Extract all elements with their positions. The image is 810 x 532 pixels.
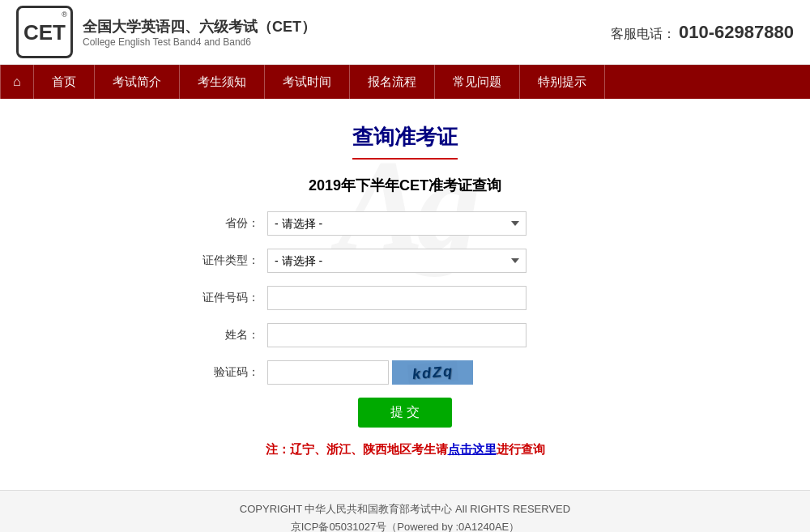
captcha-label: 验证码： xyxy=(202,365,267,380)
province-label: 省份： xyxy=(202,216,267,231)
note-wrap: 注：辽宁、浙江、陕西地区考生请点击这里进行查询 xyxy=(0,442,810,458)
id-number-label: 证件号码： xyxy=(202,291,267,305)
header: ® CET 全国大学英语四、六级考试（CET） College English … xyxy=(0,0,810,65)
nav-item-time[interactable]: 考试时间 xyxy=(265,65,350,99)
name-label: 姓名： xyxy=(202,328,267,343)
phone-label: 客服电话： xyxy=(611,27,676,40)
id-type-label: 证件类型： xyxy=(202,253,267,268)
captcha-input[interactable] xyxy=(267,360,389,385)
page-title-wrap: 查询准考证 xyxy=(0,123,810,160)
nav-item-faq[interactable]: 常见问题 xyxy=(435,65,520,99)
nav-item-intro[interactable]: 考试简介 xyxy=(95,65,180,99)
main-nav: ⌂ 首页 考试简介 考生须知 考试时间 报名流程 常见问题 特别提示 xyxy=(0,65,810,99)
name-row: 姓名： xyxy=(202,323,608,347)
id-type-select[interactable]: - 请选择 - xyxy=(267,249,526,273)
note-suffix: 进行查询 xyxy=(497,442,545,456)
header-left: ® CET 全国大学英语四、六级考试（CET） College English … xyxy=(16,6,316,58)
id-type-row: 证件类型： - 请选择 - xyxy=(202,249,608,273)
province-row: 省份： - 请选择 - xyxy=(202,211,608,236)
captcha-row: 验证码： kdZq xyxy=(202,360,608,385)
name-input[interactable] xyxy=(267,323,526,347)
note-prefix: 注：辽宁、浙江、陕西地区考生请 xyxy=(266,442,448,456)
home-icon: ⌂ xyxy=(13,74,21,88)
footer-icp: 京ICP备05031027号（Powered by :0A1240AE） xyxy=(0,520,810,532)
captcha-display: kdZq xyxy=(407,360,458,385)
nav-item-home[interactable]: 首页 xyxy=(34,65,95,99)
form-title: 2019年下半年CET准考证查询 xyxy=(202,176,608,195)
phone-number: 010-62987880 xyxy=(679,22,794,42)
note-text: 注：辽宁、浙江、陕西地区考生请点击这里进行查询 xyxy=(266,442,545,456)
site-subtitle: College English Test Band4 and Band6 xyxy=(83,36,316,48)
logo-title: 全国大学英语四、六级考试（CET） College English Test B… xyxy=(83,17,316,48)
site-title: 全国大学英语四、六级考试（CET） xyxy=(83,17,316,36)
query-form: 2019年下半年CET准考证查询 省份： - 请选择 - 证件类型： - 请选择… xyxy=(202,176,608,428)
footer: COPYRIGHT 中华人民共和国教育部考试中心 All RIGHTS RESE… xyxy=(0,490,810,532)
captcha-image[interactable]: kdZq xyxy=(392,360,473,385)
nav-item-notice[interactable]: 考生须知 xyxy=(180,65,265,99)
note-link[interactable]: 点击这里 xyxy=(448,442,497,456)
id-number-row: 证件号码： xyxy=(202,286,608,310)
submit-button[interactable]: 提 交 xyxy=(358,398,452,428)
main-content: Ag 查询准考证 2019年下半年CET准考证查询 省份： - 请选择 - 证件… xyxy=(0,99,810,490)
nav-item-tips[interactable]: 特别提示 xyxy=(520,65,605,99)
logo: ® CET xyxy=(16,6,73,58)
footer-copyright: COPYRIGHT 中华人民共和国教育部考试中心 All RIGHTS RESE… xyxy=(0,502,810,517)
reg-mark: ® xyxy=(62,11,67,19)
page-title: 查询准考证 xyxy=(352,123,458,160)
province-select[interactable]: - 请选择 - xyxy=(267,211,526,236)
nav-home[interactable]: ⌂ xyxy=(0,65,34,99)
submit-wrap: 提 交 xyxy=(202,398,608,428)
logo-text: CET xyxy=(23,22,66,43)
nav-item-signup[interactable]: 报名流程 xyxy=(350,65,435,99)
id-number-input[interactable] xyxy=(267,286,526,310)
header-phone: 客服电话： 010-62987880 xyxy=(611,22,794,43)
